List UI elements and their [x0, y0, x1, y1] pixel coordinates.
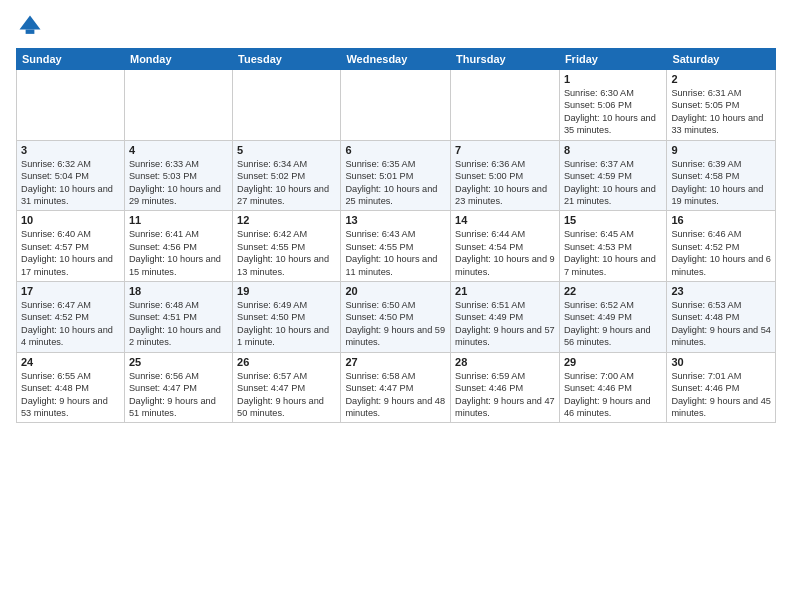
day-detail: Sunrise: 6:50 AM Sunset: 4:50 PM Dayligh…: [345, 299, 446, 349]
day-cell: 2Sunrise: 6:31 AM Sunset: 5:05 PM Daylig…: [667, 70, 776, 141]
day-number: 3: [21, 144, 120, 156]
day-detail: Sunrise: 6:40 AM Sunset: 4:57 PM Dayligh…: [21, 228, 120, 278]
day-cell: 29Sunrise: 7:00 AM Sunset: 4:46 PM Dayli…: [559, 352, 667, 423]
day-detail: Sunrise: 6:51 AM Sunset: 4:49 PM Dayligh…: [455, 299, 555, 349]
day-number: 13: [345, 214, 446, 226]
day-detail: Sunrise: 6:47 AM Sunset: 4:52 PM Dayligh…: [21, 299, 120, 349]
day-number: 4: [129, 144, 228, 156]
col-header-sunday: Sunday: [17, 49, 125, 70]
day-cell: 11Sunrise: 6:41 AM Sunset: 4:56 PM Dayli…: [124, 211, 232, 282]
day-cell: 10Sunrise: 6:40 AM Sunset: 4:57 PM Dayli…: [17, 211, 125, 282]
day-cell: 13Sunrise: 6:43 AM Sunset: 4:55 PM Dayli…: [341, 211, 451, 282]
week-row-2: 3Sunrise: 6:32 AM Sunset: 5:04 PM Daylig…: [17, 140, 776, 211]
day-detail: Sunrise: 6:36 AM Sunset: 5:00 PM Dayligh…: [455, 158, 555, 208]
day-cell: 19Sunrise: 6:49 AM Sunset: 4:50 PM Dayli…: [233, 282, 341, 353]
day-cell: 14Sunrise: 6:44 AM Sunset: 4:54 PM Dayli…: [451, 211, 560, 282]
week-row-4: 17Sunrise: 6:47 AM Sunset: 4:52 PM Dayli…: [17, 282, 776, 353]
day-number: 30: [671, 356, 771, 368]
day-cell: 20Sunrise: 6:50 AM Sunset: 4:50 PM Dayli…: [341, 282, 451, 353]
day-cell: [233, 70, 341, 141]
col-header-tuesday: Tuesday: [233, 49, 341, 70]
day-detail: Sunrise: 6:34 AM Sunset: 5:02 PM Dayligh…: [237, 158, 336, 208]
day-cell: 26Sunrise: 6:57 AM Sunset: 4:47 PM Dayli…: [233, 352, 341, 423]
day-number: 16: [671, 214, 771, 226]
day-cell: [341, 70, 451, 141]
day-cell: 21Sunrise: 6:51 AM Sunset: 4:49 PM Dayli…: [451, 282, 560, 353]
day-number: 20: [345, 285, 446, 297]
day-number: 19: [237, 285, 336, 297]
day-detail: Sunrise: 6:35 AM Sunset: 5:01 PM Dayligh…: [345, 158, 446, 208]
day-cell: 16Sunrise: 6:46 AM Sunset: 4:52 PM Dayli…: [667, 211, 776, 282]
day-cell: 1Sunrise: 6:30 AM Sunset: 5:06 PM Daylig…: [559, 70, 667, 141]
day-detail: Sunrise: 6:55 AM Sunset: 4:48 PM Dayligh…: [21, 370, 120, 420]
day-detail: Sunrise: 6:39 AM Sunset: 4:58 PM Dayligh…: [671, 158, 771, 208]
day-detail: Sunrise: 6:42 AM Sunset: 4:55 PM Dayligh…: [237, 228, 336, 278]
day-number: 15: [564, 214, 663, 226]
day-cell: [451, 70, 560, 141]
day-cell: 15Sunrise: 6:45 AM Sunset: 4:53 PM Dayli…: [559, 211, 667, 282]
day-number: 5: [237, 144, 336, 156]
day-number: 8: [564, 144, 663, 156]
day-number: 17: [21, 285, 120, 297]
day-number: 12: [237, 214, 336, 226]
day-detail: Sunrise: 6:43 AM Sunset: 4:55 PM Dayligh…: [345, 228, 446, 278]
day-number: 24: [21, 356, 120, 368]
day-cell: 27Sunrise: 6:58 AM Sunset: 4:47 PM Dayli…: [341, 352, 451, 423]
day-cell: [17, 70, 125, 141]
col-header-wednesday: Wednesday: [341, 49, 451, 70]
calendar-table: SundayMondayTuesdayWednesdayThursdayFrid…: [16, 48, 776, 423]
day-detail: Sunrise: 6:31 AM Sunset: 5:05 PM Dayligh…: [671, 87, 771, 137]
day-cell: 6Sunrise: 6:35 AM Sunset: 5:01 PM Daylig…: [341, 140, 451, 211]
day-number: 14: [455, 214, 555, 226]
day-cell: 28Sunrise: 6:59 AM Sunset: 4:46 PM Dayli…: [451, 352, 560, 423]
svg-rect-1: [26, 30, 35, 34]
day-cell: 9Sunrise: 6:39 AM Sunset: 4:58 PM Daylig…: [667, 140, 776, 211]
col-header-saturday: Saturday: [667, 49, 776, 70]
day-number: 10: [21, 214, 120, 226]
day-detail: Sunrise: 6:56 AM Sunset: 4:47 PM Dayligh…: [129, 370, 228, 420]
day-number: 25: [129, 356, 228, 368]
day-number: 7: [455, 144, 555, 156]
day-detail: Sunrise: 6:32 AM Sunset: 5:04 PM Dayligh…: [21, 158, 120, 208]
day-number: 26: [237, 356, 336, 368]
calendar-header-row: SundayMondayTuesdayWednesdayThursdayFrid…: [17, 49, 776, 70]
day-number: 1: [564, 73, 663, 85]
day-number: 28: [455, 356, 555, 368]
day-cell: 23Sunrise: 6:53 AM Sunset: 4:48 PM Dayli…: [667, 282, 776, 353]
day-number: 9: [671, 144, 771, 156]
day-number: 2: [671, 73, 771, 85]
day-cell: [124, 70, 232, 141]
day-detail: Sunrise: 6:46 AM Sunset: 4:52 PM Dayligh…: [671, 228, 771, 278]
day-number: 18: [129, 285, 228, 297]
day-cell: 12Sunrise: 6:42 AM Sunset: 4:55 PM Dayli…: [233, 211, 341, 282]
day-detail: Sunrise: 6:41 AM Sunset: 4:56 PM Dayligh…: [129, 228, 228, 278]
day-detail: Sunrise: 6:45 AM Sunset: 4:53 PM Dayligh…: [564, 228, 663, 278]
logo-icon: [16, 12, 44, 40]
col-header-thursday: Thursday: [451, 49, 560, 70]
day-cell: 25Sunrise: 6:56 AM Sunset: 4:47 PM Dayli…: [124, 352, 232, 423]
svg-marker-0: [20, 16, 41, 30]
day-detail: Sunrise: 7:00 AM Sunset: 4:46 PM Dayligh…: [564, 370, 663, 420]
week-row-1: 1Sunrise: 6:30 AM Sunset: 5:06 PM Daylig…: [17, 70, 776, 141]
day-detail: Sunrise: 6:58 AM Sunset: 4:47 PM Dayligh…: [345, 370, 446, 420]
day-detail: Sunrise: 6:30 AM Sunset: 5:06 PM Dayligh…: [564, 87, 663, 137]
day-detail: Sunrise: 6:37 AM Sunset: 4:59 PM Dayligh…: [564, 158, 663, 208]
day-number: 22: [564, 285, 663, 297]
day-cell: 24Sunrise: 6:55 AM Sunset: 4:48 PM Dayli…: [17, 352, 125, 423]
week-row-3: 10Sunrise: 6:40 AM Sunset: 4:57 PM Dayli…: [17, 211, 776, 282]
week-row-5: 24Sunrise: 6:55 AM Sunset: 4:48 PM Dayli…: [17, 352, 776, 423]
header: [16, 12, 776, 40]
day-cell: 3Sunrise: 6:32 AM Sunset: 5:04 PM Daylig…: [17, 140, 125, 211]
page: SundayMondayTuesdayWednesdayThursdayFrid…: [0, 0, 792, 612]
day-number: 29: [564, 356, 663, 368]
day-detail: Sunrise: 6:52 AM Sunset: 4:49 PM Dayligh…: [564, 299, 663, 349]
day-cell: 22Sunrise: 6:52 AM Sunset: 4:49 PM Dayli…: [559, 282, 667, 353]
day-detail: Sunrise: 6:53 AM Sunset: 4:48 PM Dayligh…: [671, 299, 771, 349]
day-cell: 18Sunrise: 6:48 AM Sunset: 4:51 PM Dayli…: [124, 282, 232, 353]
col-header-friday: Friday: [559, 49, 667, 70]
day-cell: 30Sunrise: 7:01 AM Sunset: 4:46 PM Dayli…: [667, 352, 776, 423]
col-header-monday: Monday: [124, 49, 232, 70]
day-cell: 4Sunrise: 6:33 AM Sunset: 5:03 PM Daylig…: [124, 140, 232, 211]
day-detail: Sunrise: 7:01 AM Sunset: 4:46 PM Dayligh…: [671, 370, 771, 420]
day-number: 21: [455, 285, 555, 297]
